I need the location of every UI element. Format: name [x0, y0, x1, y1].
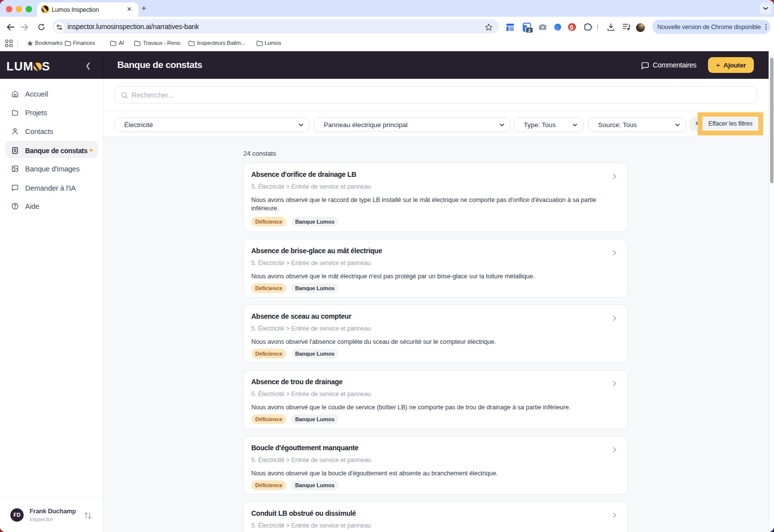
svg-text:2: 2: [528, 28, 531, 33]
